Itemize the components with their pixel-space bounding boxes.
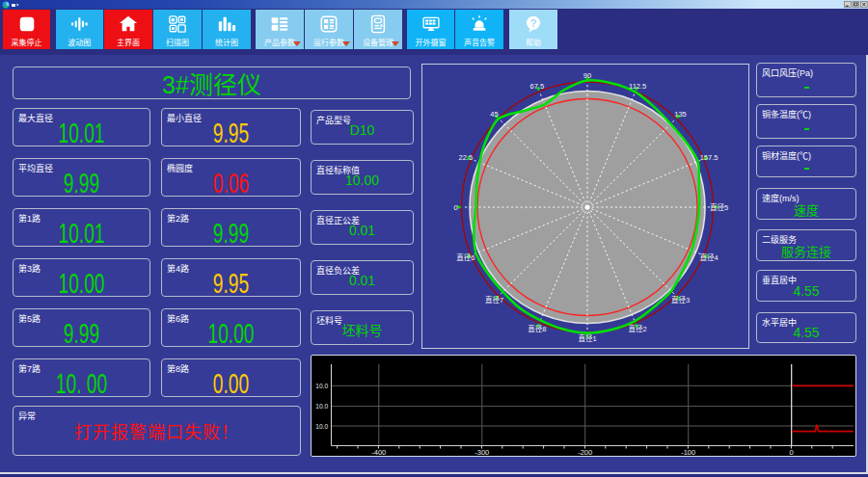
svg-text:10.0: 10.0: [315, 403, 328, 410]
svg-text:直径4: 直径4: [700, 252, 719, 262]
svg-text:10.0: 10.0: [315, 383, 328, 389]
svg-text:67.5: 67.5: [529, 82, 544, 91]
svg-text:0: 0: [453, 203, 457, 212]
svg-text:157.5: 157.5: [700, 153, 719, 162]
svg-text:?: ?: [530, 17, 537, 29]
svg-text:直径3: 直径3: [671, 295, 690, 305]
svg-text:45: 45: [490, 110, 498, 119]
svg-text:22.5: 22.5: [459, 153, 474, 162]
svg-text:直径7: 直径7: [485, 295, 503, 305]
svg-text:135: 135: [674, 110, 687, 119]
svg-text:直径6: 直径6: [456, 252, 475, 262]
svg-text:0: 0: [790, 448, 794, 456]
svg-text:-300: -300: [475, 448, 489, 456]
svg-text:-200: -200: [578, 448, 592, 456]
svg-text:直径5: 直径5: [710, 202, 728, 212]
svg-text:-400: -400: [371, 448, 386, 456]
svg-text:直径2: 直径2: [629, 324, 647, 333]
svg-text:-100: -100: [681, 448, 695, 456]
svg-text:10.0: 10.0: [315, 423, 328, 430]
svg-text:112.5: 112.5: [629, 82, 646, 91]
svg-text:90: 90: [583, 71, 591, 80]
svg-text:直径8: 直径8: [528, 324, 546, 333]
svg-text:直径1: 直径1: [578, 333, 596, 343]
